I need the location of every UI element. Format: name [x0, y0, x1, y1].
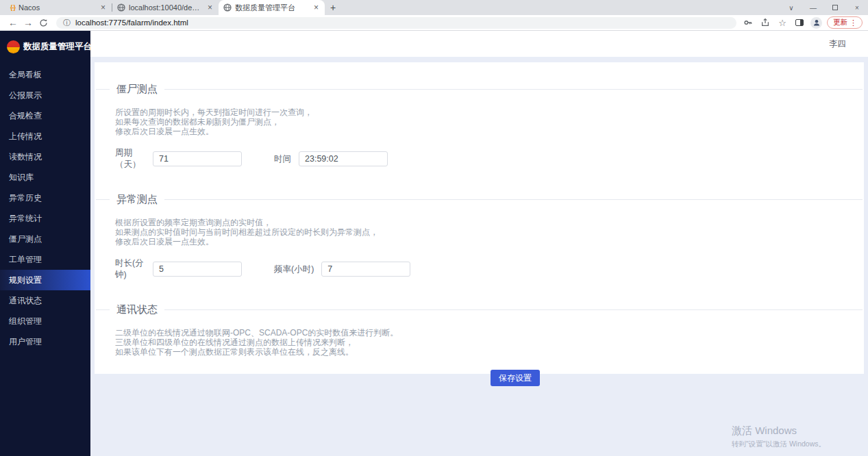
browser-tab-localhost-demo[interactable]: localhost:10040/demo/psjdbc × — [112, 0, 219, 15]
frequency-hours-input[interactable] — [321, 262, 410, 277]
sidebar-item-knowledge-base[interactable]: 知识库 — [0, 167, 90, 188]
url-text: localhost:7775/falarm/index.html — [75, 18, 188, 27]
form-row: 时长(分钟) 频率(小时) — [115, 257, 843, 281]
sidebar-item-rule-settings[interactable]: 规则设置 — [0, 270, 90, 290]
sidebar-item-bulletin-display[interactable]: 公报展示 — [0, 85, 90, 105]
sidebar-item-reading-status[interactable]: 读数情况 — [0, 147, 90, 167]
field-label-cycle-days: 周期（天） — [115, 147, 153, 170]
back-button[interactable]: ← — [5, 18, 21, 27]
section-divider: 僵尸测点 — [96, 83, 863, 96]
update-label: 更新 — [833, 18, 847, 27]
chrome-update-menu-button[interactable]: 更新 ⋮ — [827, 16, 863, 29]
tab-title: 数据质量管理平台 — [235, 3, 309, 13]
form-row: 周期（天） 时间 — [115, 147, 843, 170]
tab-strip: {-} Nacos × localhost:10040/demo/psjdbc … — [0, 0, 868, 15]
time-input[interactable] — [299, 151, 388, 166]
settings-panel: 僵尸测点 所设置的周期时长内，每天到指定时间进行一次查询， 如果每次查询的数据都… — [95, 62, 864, 374]
globe-favicon-icon — [117, 3, 125, 12]
button-row: 保存设置 — [95, 370, 864, 386]
field-label-time: 时间 — [274, 153, 291, 165]
sidebar-item-user-management[interactable]: 用户管理 — [0, 331, 90, 352]
tab-close-icon[interactable]: × — [99, 3, 107, 12]
sidebar-item-upload-status[interactable]: 上传情况 — [0, 126, 90, 147]
kebab-menu-icon: ⋮ — [847, 18, 859, 27]
sidebar-item-work-orders[interactable]: 工单管理 — [0, 249, 90, 270]
content-area: 僵尸测点 所设置的周期时长内，每天到指定时间进行一次查询， 如果每次查询的数据都… — [90, 57, 868, 456]
duration-minutes-input[interactable] — [153, 262, 242, 277]
sidebar-item-exception-stats[interactable]: 异常统计 — [0, 208, 90, 229]
section-divider: 通讯状态 — [96, 303, 863, 316]
window-maximize-button[interactable] — [824, 0, 846, 15]
toolbar-right-icons: ☆ 更新 ⋮ — [742, 16, 863, 29]
section-description: 二级单位的在线情况通过物联网-OPC、SCADA-OPC的实时数值来进行判断。 … — [115, 328, 843, 357]
window-close-button[interactable]: × — [846, 0, 868, 15]
windows-activation-watermark: 激活 Windows 转到"设置"以激活 Windows。 — [732, 425, 826, 449]
tab-close-icon[interactable]: × — [312, 3, 320, 12]
window-minimize-button[interactable]: — — [802, 0, 824, 15]
section-title-abnormal-points: 异常测点 — [110, 193, 164, 206]
browser-toolbar: ← → ⓘ localhost:7775/falarm/index.html ☆… — [0, 15, 868, 31]
petro-logo-icon — [7, 40, 20, 53]
forward-button[interactable]: → — [21, 18, 36, 27]
cycle-days-input[interactable] — [153, 151, 242, 166]
app-header: 李四 — [90, 31, 868, 57]
save-settings-button[interactable]: 保存设置 — [491, 370, 540, 386]
bookmark-star-icon[interactable]: ☆ — [776, 16, 789, 29]
sidebar-item-zombie-points[interactable]: 僵尸测点 — [0, 229, 90, 249]
refresh-button[interactable] — [36, 18, 51, 27]
field-label-duration-minutes: 时长(分钟) — [115, 257, 153, 281]
globe-favicon-icon — [223, 3, 232, 12]
section-divider: 异常测点 — [96, 193, 863, 206]
window-controls: ∨ — × — [780, 0, 868, 15]
nacos-favicon-icon: {-} — [10, 4, 15, 11]
tab-title: localhost:10040/demo/psjdbc — [129, 3, 203, 12]
browser-tab-active-platform[interactable]: 数据质量管理平台 × — [219, 0, 325, 15]
brand: 数据质量管理平台 — [0, 31, 90, 64]
section-description: 所设置的周期时长内，每天到指定时间进行一次查询， 如果每次查询的数据都未刷新则为… — [115, 107, 843, 136]
brand-title: 数据质量管理平台 — [23, 41, 92, 53]
password-key-icon[interactable] — [742, 16, 754, 29]
side-panel-icon[interactable] — [793, 16, 806, 29]
tab-close-icon[interactable]: × — [206, 3, 214, 12]
section-title-zombie-points: 僵尸测点 — [110, 83, 164, 96]
sidebar: 数据质量管理平台 全局看板 公报展示 合规检查 上传情况 读数情况 知识库 异常… — [0, 31, 90, 456]
site-info-icon[interactable]: ⓘ — [63, 18, 71, 28]
new-tab-button[interactable]: + — [325, 0, 341, 15]
sidebar-item-comm-status[interactable]: 通讯状态 — [0, 290, 90, 311]
browser-chrome: {-} Nacos × localhost:10040/demo/psjdbc … — [0, 0, 868, 31]
app-page: 数据质量管理平台 全局看板 公报展示 合规检查 上传情况 读数情况 知识库 异常… — [0, 31, 868, 456]
section-title-comm-status: 通讯状态 — [110, 303, 164, 316]
current-user[interactable]: 李四 — [829, 38, 846, 50]
sidebar-item-exception-history[interactable]: 异常历史 — [0, 188, 90, 208]
tab-title: Nacos — [18, 3, 96, 12]
browser-tab-nacos[interactable]: {-} Nacos × — [5, 0, 112, 15]
section-description: 根据所设置的频率定期查询测点的实时值， 如果测点的实时值时间与当前时间相差超过所… — [115, 218, 843, 246]
tab-search-icon[interactable]: ∨ — [780, 0, 802, 15]
sidebar-item-org-management[interactable]: 组织管理 — [0, 311, 90, 331]
sidebar-item-compliance-check[interactable]: 合规检查 — [0, 105, 90, 126]
sidebar-item-global-dashboard[interactable]: 全局看板 — [0, 64, 90, 85]
address-bar[interactable]: ⓘ localhost:7775/falarm/index.html — [56, 17, 736, 29]
field-label-frequency-hours: 频率(小时) — [274, 264, 314, 275]
share-icon[interactable] — [759, 16, 771, 29]
profile-avatar-icon[interactable] — [810, 17, 822, 29]
